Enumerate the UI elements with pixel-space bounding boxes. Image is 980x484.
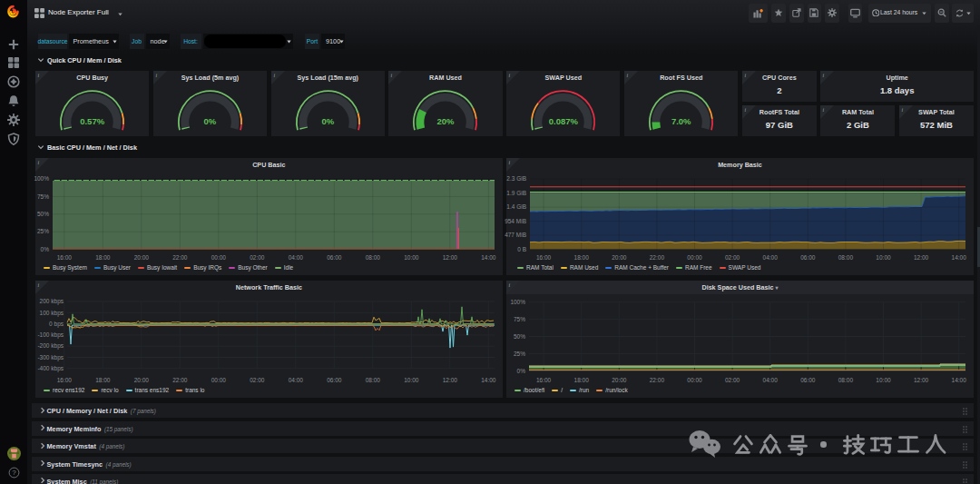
svg-text:18:00: 18:00 <box>574 377 590 383</box>
svg-text:25%: 25% <box>514 351 525 357</box>
svg-text:-200 kbps: -200 kbps <box>37 342 64 350</box>
svg-text:04:00: 04:00 <box>289 254 304 261</box>
svg-text:1.4 GiB: 1.4 GiB <box>506 203 526 210</box>
svg-text:06:00: 06:00 <box>327 377 342 383</box>
svg-text:22:00: 22:00 <box>650 254 665 261</box>
svg-text:06:00: 06:00 <box>800 254 816 261</box>
svg-text:02:00: 02:00 <box>250 254 265 261</box>
svg-text:16:00: 16:00 <box>57 377 73 383</box>
svg-text:00:00: 00:00 <box>687 377 702 383</box>
svg-text:200 kbps: 200 kbps <box>40 298 64 305</box>
svg-text:18:00: 18:00 <box>95 254 111 261</box>
svg-text:14:00: 14:00 <box>952 377 967 383</box>
svg-text:04:00: 04:00 <box>289 377 304 383</box>
svg-text:10:00: 10:00 <box>404 254 419 261</box>
svg-text:08:00: 08:00 <box>838 377 854 383</box>
svg-text:02:00: 02:00 <box>725 254 740 261</box>
svg-text:20:00: 20:00 <box>612 377 627 383</box>
svg-text:-300 kbps: -300 kbps <box>37 354 64 361</box>
svg-text:0%: 0% <box>41 246 50 252</box>
svg-text:-400 kbps: -400 kbps <box>37 365 64 372</box>
svg-text:00:00: 00:00 <box>211 377 227 383</box>
svg-text:0%: 0% <box>517 368 526 374</box>
svg-text:1.9 GiB: 1.9 GiB <box>506 190 526 196</box>
svg-text:954 MiB: 954 MiB <box>505 218 526 224</box>
svg-text:04:00: 04:00 <box>763 377 779 383</box>
svg-text:06:00: 06:00 <box>327 254 342 261</box>
svg-text:06:00: 06:00 <box>800 377 816 383</box>
svg-text:10:00: 10:00 <box>876 254 891 261</box>
svg-text:00:00: 00:00 <box>687 254 702 261</box>
svg-text:20:00: 20:00 <box>134 254 150 261</box>
svg-text:2.3 GiB: 2.3 GiB <box>506 175 526 182</box>
svg-text:22:00: 22:00 <box>172 377 188 383</box>
svg-text:75%: 75% <box>37 193 49 200</box>
svg-text:22:00: 22:00 <box>172 254 188 261</box>
svg-text:0 bps: 0 bps <box>49 321 64 328</box>
svg-text:75%: 75% <box>514 316 525 322</box>
svg-text:08:00: 08:00 <box>366 254 381 261</box>
svg-text:25%: 25% <box>37 228 49 234</box>
svg-text:14:00: 14:00 <box>952 254 967 261</box>
svg-text:100%: 100% <box>510 299 525 305</box>
svg-text:477 MiB: 477 MiB <box>505 232 526 238</box>
svg-text:10:00: 10:00 <box>876 377 891 383</box>
svg-text:12:00: 12:00 <box>443 254 458 261</box>
svg-text:02:00: 02:00 <box>250 377 265 383</box>
svg-text:100 kbps: 100 kbps <box>40 310 64 317</box>
svg-text:18:00: 18:00 <box>574 254 590 261</box>
svg-text:100%: 100% <box>34 175 49 182</box>
svg-text:50%: 50% <box>514 333 525 340</box>
svg-text:10:00: 10:00 <box>404 377 419 383</box>
svg-text:14:00: 14:00 <box>481 377 496 383</box>
svg-text:02:00: 02:00 <box>725 377 740 383</box>
svg-text:00:00: 00:00 <box>211 254 227 261</box>
svg-text:20:00: 20:00 <box>134 377 150 383</box>
svg-text:?: ? <box>12 469 16 477</box>
svg-text:-100 kbps: -100 kbps <box>37 331 64 339</box>
svg-text:08:00: 08:00 <box>366 377 381 383</box>
svg-text:16:00: 16:00 <box>57 254 73 261</box>
svg-text:20:00: 20:00 <box>612 254 627 261</box>
svg-text:16:00: 16:00 <box>536 254 552 261</box>
svg-text:04:00: 04:00 <box>763 254 779 261</box>
svg-text:08:00: 08:00 <box>838 254 854 261</box>
svg-text:50%: 50% <box>37 211 49 217</box>
svg-text:22:00: 22:00 <box>650 377 665 383</box>
svg-text:12:00: 12:00 <box>914 377 929 383</box>
svg-text:16:00: 16:00 <box>536 377 552 383</box>
svg-text:14:00: 14:00 <box>481 254 496 261</box>
svg-text:12:00: 12:00 <box>914 254 929 261</box>
svg-text:18:00: 18:00 <box>95 377 111 383</box>
svg-text:0 B: 0 B <box>517 246 526 252</box>
svg-text:12:00: 12:00 <box>443 377 458 383</box>
